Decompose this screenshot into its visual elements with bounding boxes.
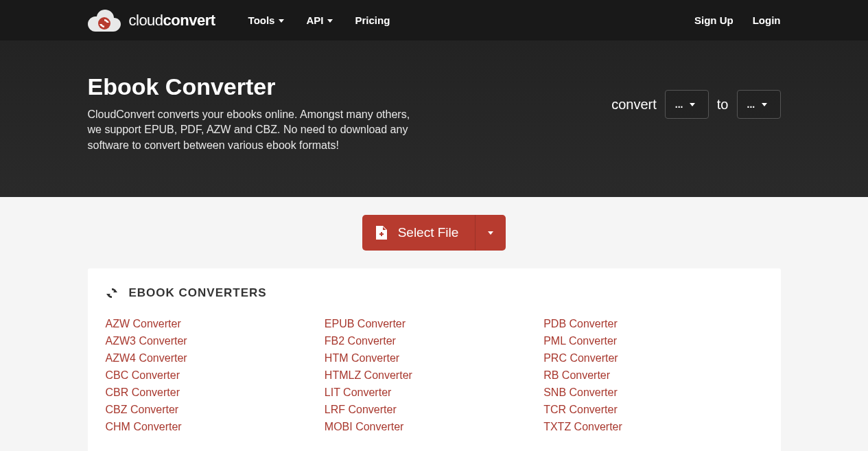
convert-label: convert (611, 97, 657, 113)
converter-link[interactable]: MOBI Converter (325, 421, 543, 433)
format-value: ... (675, 99, 683, 110)
chevron-down-icon (762, 103, 767, 106)
nav-tools[interactable]: Tools (248, 14, 285, 26)
converter-link[interactable]: CBC Converter (106, 369, 325, 382)
file-add-icon (376, 226, 387, 240)
svg-point-0 (98, 17, 110, 30)
converter-link[interactable]: PDB Converter (543, 318, 762, 330)
chevron-down-icon (488, 231, 493, 235)
select-file-section: Select File (0, 197, 868, 268)
nav-label: Tools (248, 14, 275, 26)
main-header: cloudconvert Tools API Pricing Sign Up (0, 0, 868, 41)
to-label: to (717, 97, 729, 113)
nav-login[interactable]: Login (753, 14, 781, 26)
format-value: ... (747, 99, 755, 110)
converter-link[interactable]: AZW3 Converter (106, 335, 325, 347)
converter-link[interactable]: RB Converter (543, 369, 762, 382)
card-title: EBOOK CONVERTERS (129, 286, 267, 300)
converter-link[interactable]: HTM Converter (325, 352, 543, 365)
chevron-down-icon (327, 19, 333, 23)
converter-link[interactable]: EPUB Converter (325, 318, 543, 330)
select-file-label: Select File (398, 225, 459, 240)
converter-link[interactable]: PML Converter (543, 335, 762, 347)
refresh-icon (106, 287, 118, 299)
converters-grid: AZW Converter AZW3 Converter AZW4 Conver… (106, 318, 763, 433)
nav-api[interactable]: API (306, 14, 333, 26)
nav-pricing[interactable]: Pricing (355, 14, 390, 26)
chevron-down-icon (690, 103, 695, 106)
converter-link[interactable]: AZW4 Converter (106, 352, 325, 365)
select-file-button[interactable]: Select File (362, 215, 506, 251)
select-file-dropdown[interactable] (475, 215, 506, 251)
nav-label: Sign Up (694, 14, 734, 26)
page-description: CloudConvert converts your ebooks online… (88, 107, 417, 153)
converter-link[interactable]: CBR Converter (106, 386, 325, 399)
hero-section: Ebook Converter CloudConvert converts yo… (0, 41, 868, 197)
converter-link[interactable]: PRC Converter (543, 352, 762, 365)
converter-link[interactable]: CBZ Converter (106, 404, 325, 416)
logo-text: cloudconvert (129, 12, 215, 30)
converter-link[interactable]: LRF Converter (325, 404, 543, 416)
converter-link[interactable]: SNB Converter (543, 386, 762, 399)
chevron-down-icon (279, 19, 284, 23)
converter-link[interactable]: TXTZ Converter (543, 421, 762, 433)
page-title: Ebook Converter (88, 73, 458, 100)
nav-left: Tools API Pricing (248, 14, 390, 26)
svg-rect-4 (379, 233, 384, 235)
from-format-selector[interactable]: ... (665, 90, 709, 119)
nav-right: Sign Up Login (694, 14, 781, 26)
nav-label: API (306, 14, 323, 26)
to-format-selector[interactable]: ... (737, 90, 781, 119)
converter-link[interactable]: TCR Converter (543, 404, 762, 416)
nav-label: Pricing (355, 14, 390, 26)
nav-signup[interactable]: Sign Up (694, 14, 734, 26)
converter-link[interactable]: LIT Converter (325, 386, 543, 399)
converter-link[interactable]: CHM Converter (106, 421, 325, 433)
converters-card: EBOOK CONVERTERS AZW Converter AZW3 Conv… (88, 268, 781, 451)
converter-link[interactable]: AZW Converter (106, 318, 325, 330)
nav-label: Login (753, 14, 781, 26)
converter-column: EPUB Converter FB2 Converter HTM Convert… (325, 318, 543, 433)
converter-link[interactable]: FB2 Converter (325, 335, 543, 347)
convert-controls: convert ... to ... (611, 90, 780, 119)
converter-column: PDB Converter PML Converter PRC Converte… (543, 318, 762, 433)
cloud-icon (88, 10, 121, 32)
converter-column: AZW Converter AZW3 Converter AZW4 Conver… (106, 318, 325, 433)
converter-link[interactable]: HTMLZ Converter (325, 369, 543, 382)
logo[interactable]: cloudconvert (88, 10, 215, 32)
